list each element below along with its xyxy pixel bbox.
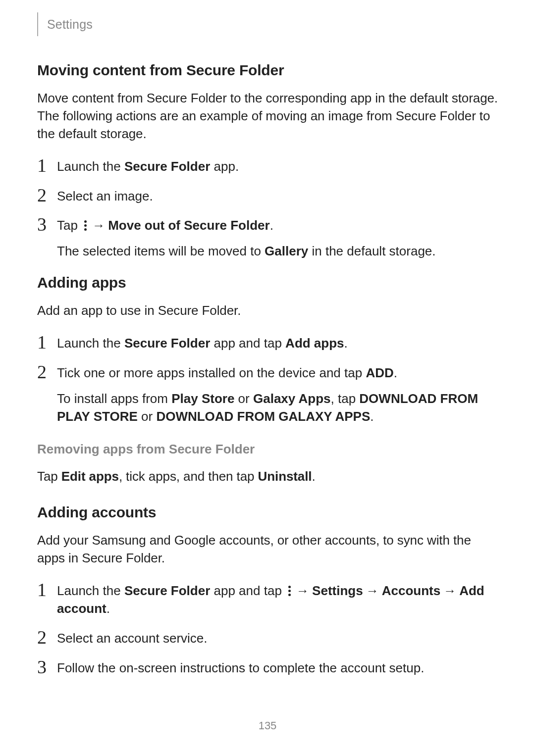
step-2: 2 Select an account service. [37, 630, 498, 648]
removing-apps-text: Tap Edit apps, tick apps, and then tap U… [37, 468, 498, 486]
play-store-label: Play Store [171, 391, 234, 406]
text: Follow the on-screen instructions to com… [57, 659, 424, 677]
galaxy-apps-label: Galaxy Apps [253, 391, 331, 406]
header-divider [37, 12, 38, 36]
accounts-label: Accounts [382, 583, 440, 598]
uninstall-label: Uninstall [258, 469, 312, 484]
page-number: 135 [0, 719, 535, 732]
section-title-moving: Moving content from Secure Folder [37, 62, 498, 79]
arrow-icon: → [443, 583, 456, 598]
text: To install apps from [57, 391, 171, 406]
text: in the default storage. [308, 244, 435, 258]
arrow-icon: → [366, 583, 379, 598]
step-body: Launch the Secure Folder app and tap →Se… [57, 582, 498, 618]
step-2: 2 Tick one or more apps installed on the… [37, 364, 498, 426]
section-intro-adding-accounts: Add your Samsung and Google accounts, or… [37, 532, 498, 567]
download-galaxy-apps-label: DOWNLOAD FROM GALAXY APPS [156, 409, 370, 424]
text: app. [210, 159, 239, 174]
step-number: 2 [37, 186, 57, 204]
arrow-icon: → [296, 583, 309, 598]
text: Launch the [57, 336, 124, 351]
text: , tick apps, and then tap [119, 469, 258, 484]
add-apps-label: Add apps [285, 336, 344, 351]
more-options-icon [287, 585, 292, 597]
step-body: Follow the on-screen instructions to com… [57, 659, 424, 677]
document-page: Settings Moving content from Secure Fold… [0, 0, 535, 677]
secure-folder-label: Secure Folder [124, 159, 210, 174]
edit-apps-label: Edit apps [61, 469, 119, 484]
text: . [107, 601, 110, 616]
text: Tick one or more apps installed on the d… [57, 365, 366, 380]
text: Select an image. [57, 188, 153, 205]
settings-label: Settings [312, 583, 363, 598]
steps-adding-apps: 1 Launch the Secure Folder app and tap A… [37, 335, 498, 426]
step-body: Select an account service. [57, 630, 208, 648]
text: . [394, 365, 397, 380]
text: app and tap [210, 583, 285, 598]
step-number: 2 [37, 628, 57, 647]
section-title-adding-accounts: Adding accounts [37, 504, 498, 521]
steps-moving: 1 Launch the Secure Folder app. 2 Select… [37, 158, 498, 261]
text: or [234, 391, 253, 406]
text: . [370, 409, 374, 424]
text: , tap [331, 391, 360, 406]
step-number: 3 [37, 657, 57, 676]
add-button-label: ADD [366, 365, 393, 380]
subtitle-removing-apps: Removing apps from Secure Folder [37, 442, 498, 457]
step-number: 2 [37, 362, 57, 381]
text: . [270, 218, 273, 233]
step-1: 1 Launch the Secure Folder app and tap A… [37, 335, 498, 353]
step-1: 1 Launch the Secure Folder app and tap →… [37, 582, 498, 618]
step-3: 3 Tap →Move out of Secure Folder. The se… [37, 217, 498, 260]
breadcrumb: Settings [47, 17, 93, 32]
text: . [312, 469, 315, 484]
step-number: 1 [37, 156, 57, 175]
step-1: 1 Launch the Secure Folder app. [37, 158, 498, 176]
page-header: Settings [37, 12, 498, 36]
text: Tap [37, 469, 61, 484]
gallery-label: Gallery [265, 244, 308, 258]
text: Select an account service. [57, 630, 208, 648]
text: . [344, 336, 348, 351]
step-number: 3 [37, 215, 57, 234]
arrow-icon: → [92, 218, 105, 233]
text: or [138, 409, 157, 424]
step-3: 3 Follow the on-screen instructions to c… [37, 659, 498, 677]
more-options-icon [83, 220, 88, 232]
secure-folder-label: Secure Folder [124, 583, 210, 598]
text: Launch the [57, 583, 124, 598]
step-2: 2 Select an image. [37, 188, 498, 205]
section-intro-adding-apps: Add an app to use in Secure Folder. [37, 302, 498, 320]
step-body: Launch the Secure Folder app. [57, 158, 239, 176]
move-out-label: Move out of Secure Folder [108, 218, 270, 233]
step-number: 1 [37, 580, 57, 599]
text: Tap [57, 218, 81, 233]
text: app and tap [210, 336, 285, 351]
step-body: Tap →Move out of Secure Folder. The sele… [57, 217, 436, 260]
text: The selected items will be moved to [57, 244, 265, 258]
steps-adding-accounts: 1 Launch the Secure Folder app and tap →… [37, 582, 498, 677]
secure-folder-label: Secure Folder [124, 336, 210, 351]
text: Launch the [57, 159, 124, 174]
step-body: Launch the Secure Folder app and tap Add… [57, 335, 348, 353]
section-title-adding-apps: Adding apps [37, 274, 498, 291]
step-number: 1 [37, 333, 57, 352]
step-body: Tick one or more apps installed on the d… [57, 364, 498, 426]
section-intro-moving: Move content from Secure Folder to the c… [37, 90, 498, 143]
step-body: Select an image. [57, 188, 153, 205]
